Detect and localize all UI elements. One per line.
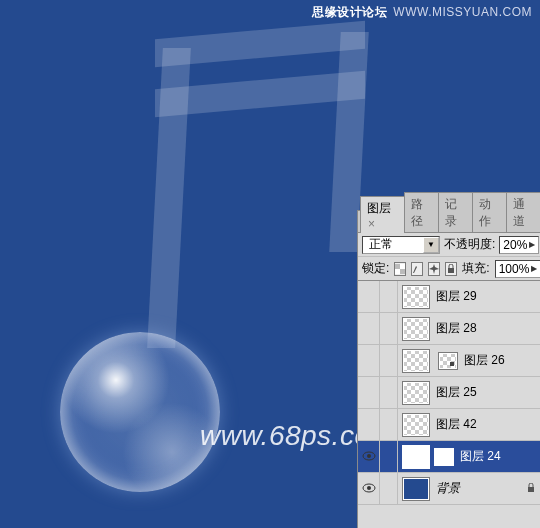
layer-thumbnail[interactable] — [402, 349, 430, 373]
layer-link-column[interactable] — [380, 441, 398, 472]
lock-transparency-button[interactable] — [394, 262, 406, 276]
chevron-down-icon[interactable]: ▼ — [423, 237, 439, 253]
layer-row[interactable]: 图层 26 — [358, 345, 540, 377]
tab-channels[interactable]: 通道 — [506, 192, 540, 232]
eye-icon — [362, 450, 376, 464]
blend-opacity-row: 正常 ▼ 不透明度: 20%▶ — [358, 233, 540, 257]
layer-name[interactable]: 背景 — [434, 480, 526, 497]
layer-visibility-toggle[interactable] — [358, 313, 380, 344]
layer-link-column[interactable] — [380, 313, 398, 344]
svg-rect-9 — [528, 487, 534, 492]
layer-link-column[interactable] — [380, 377, 398, 408]
lock-icon — [526, 482, 536, 496]
layers-panel: 图层 × 路径 记录 动作 通道 正常 ▼ 不透明度: 20%▶ 锁定: — [357, 210, 540, 528]
tab-close-icon[interactable]: × — [368, 217, 375, 231]
opacity-label: 不透明度: — [444, 236, 495, 253]
layer-row[interactable]: 图层 24 — [358, 441, 540, 473]
svg-point-6 — [367, 454, 371, 458]
layer-thumbnail[interactable] — [402, 477, 430, 501]
layer-row[interactable]: 背景 — [358, 473, 540, 505]
tab-paths[interactable]: 路径 — [404, 192, 439, 232]
blend-mode-select[interactable]: 正常 ▼ — [362, 236, 440, 254]
lock-pixels-button[interactable] — [411, 262, 423, 276]
lock-all-button[interactable] — [445, 262, 457, 276]
layer-visibility-toggle[interactable] — [358, 473, 380, 504]
svg-point-8 — [367, 486, 371, 490]
fill-value: 100% — [499, 262, 530, 276]
layer-visibility-toggle[interactable] — [358, 281, 380, 312]
layer-link-column[interactable] — [380, 409, 398, 440]
layer-link-column[interactable] — [380, 345, 398, 376]
watermark-top: 思缘设计论坛WWW.MISSYUAN.COM — [312, 4, 532, 21]
layer-row[interactable]: 图层 25 — [358, 377, 540, 409]
layer-row[interactable]: 图层 42 — [358, 409, 540, 441]
tab-history[interactable]: 记录 — [438, 192, 473, 232]
lock-label: 锁定: — [362, 260, 389, 277]
layer-thumbnail[interactable] — [402, 445, 430, 469]
layer-mask-thumbnail[interactable] — [438, 352, 458, 370]
watermark-top-url: WWW.MISSYUAN.COM — [393, 5, 532, 19]
layer-name[interactable]: 图层 29 — [434, 288, 540, 305]
layer-thumbnail[interactable] — [402, 381, 430, 405]
tab-layers[interactable]: 图层 × — [360, 196, 405, 233]
chevron-right-icon: ▶ — [529, 240, 535, 249]
layer-visibility-toggle[interactable] — [358, 345, 380, 376]
layer-row[interactable]: 图层 28 — [358, 313, 540, 345]
opacity-input[interactable]: 20%▶ — [499, 236, 539, 254]
opacity-value: 20% — [503, 238, 527, 252]
fill-input[interactable]: 100%▶ — [495, 260, 540, 278]
svg-rect-4 — [448, 268, 454, 273]
layer-name[interactable]: 图层 26 — [462, 352, 540, 369]
layer-thumbnail[interactable] — [402, 413, 430, 437]
layer-visibility-toggle[interactable] — [358, 441, 380, 472]
svg-rect-3 — [395, 269, 400, 274]
panel-tabs: 图层 × 路径 记录 动作 通道 — [358, 211, 540, 233]
eye-icon — [362, 482, 376, 496]
document-canvas: 思缘设计论坛WWW.MISSYUAN.COM www.68ps.com 图层 ×… — [0, 0, 540, 528]
svg-rect-2 — [400, 264, 405, 269]
layer-name[interactable]: 图层 28 — [434, 320, 540, 337]
svg-rect-0 — [395, 264, 400, 269]
layer-mask-thumbnail[interactable] — [434, 448, 454, 466]
layer-link-column[interactable] — [380, 281, 398, 312]
layer-row[interactable]: 图层 29 — [358, 281, 540, 313]
layer-thumbnail[interactable] — [402, 317, 430, 341]
layer-name[interactable]: 图层 25 — [434, 384, 540, 401]
layer-visibility-toggle[interactable] — [358, 377, 380, 408]
artwork-bubble — [60, 332, 220, 492]
layer-thumbnail[interactable] — [402, 285, 430, 309]
fill-label: 填充: — [462, 260, 489, 277]
layer-visibility-toggle[interactable] — [358, 409, 380, 440]
lock-fill-row: 锁定: 填充: 100%▶ — [358, 257, 540, 281]
tab-layers-label: 图层 — [367, 201, 391, 215]
watermark-top-bold: 思缘设计论坛 — [312, 5, 387, 19]
layer-list: 图层 29图层 28图层 26图层 25图层 42图层 24背景 — [358, 281, 540, 528]
layer-link-column[interactable] — [380, 473, 398, 504]
tab-actions[interactable]: 动作 — [472, 192, 507, 232]
blend-mode-value: 正常 — [363, 236, 423, 253]
layer-name[interactable]: 图层 24 — [458, 448, 540, 465]
lock-position-button[interactable] — [428, 262, 440, 276]
chevron-right-icon: ▶ — [531, 264, 537, 273]
layer-name[interactable]: 图层 42 — [434, 416, 540, 433]
artwork-shape — [147, 48, 191, 348]
svg-rect-1 — [400, 269, 405, 274]
